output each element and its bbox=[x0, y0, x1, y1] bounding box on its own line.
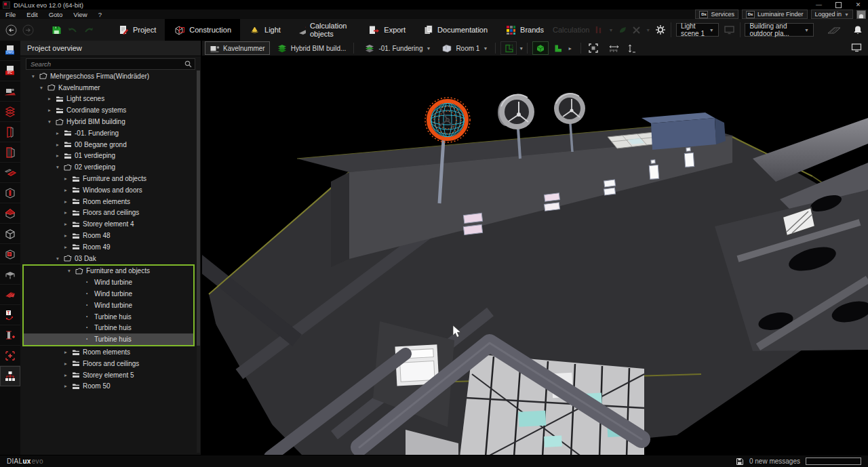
tool-wall-button[interactable] bbox=[0, 122, 20, 142]
collapse-arrow-icon[interactable]: ▾ bbox=[53, 256, 62, 262]
expand-arrow-icon[interactable]: ▸ bbox=[61, 349, 71, 355]
collapse-arrow-icon[interactable]: ▾ bbox=[64, 268, 74, 274]
tree-item-storey-element-4[interactable]: ▸Storey element 4 bbox=[20, 218, 195, 230]
tool-project-structure-button[interactable] bbox=[0, 366, 20, 386]
collapse-arrow-icon[interactable]: ▾ bbox=[37, 85, 46, 91]
collapse-arrow-icon[interactable]: ▾ bbox=[45, 119, 54, 125]
tab-construction[interactable]: Construction bbox=[165, 19, 240, 41]
play-next-icon[interactable]: ► bbox=[568, 46, 572, 51]
expand-arrow-icon[interactable]: ▸ bbox=[61, 232, 71, 239]
menu-goto[interactable]: Goto bbox=[43, 9, 68, 19]
tab-brands[interactable]: Brands bbox=[496, 19, 553, 41]
undo-button[interactable] bbox=[67, 25, 78, 35]
search-input[interactable] bbox=[29, 60, 184, 68]
collapse-arrow-icon[interactable]: ▾ bbox=[53, 164, 62, 170]
tool-import-ifc-button[interactable]: IFC bbox=[0, 61, 20, 81]
expand-arrow-icon[interactable]: ▸ bbox=[61, 372, 71, 378]
cancel-dropdown-icon[interactable]: ▼ bbox=[646, 28, 650, 33]
services-button[interactable]: Dx Services bbox=[695, 9, 738, 19]
menu-help[interactable]: ? bbox=[93, 9, 107, 19]
cancel-calculation-button[interactable] bbox=[632, 26, 641, 35]
tab-light[interactable]: Light bbox=[240, 19, 290, 41]
floor-plan-view-button[interactable] bbox=[500, 41, 517, 55]
expand-arrow-icon[interactable]: ▸ bbox=[53, 142, 62, 148]
maximize-button[interactable] bbox=[829, 0, 848, 9]
expand-arrow-icon[interactable]: ▸ bbox=[61, 221, 71, 227]
tool-wall-opening-button[interactable] bbox=[0, 142, 20, 163]
display-mode-button[interactable] bbox=[850, 42, 863, 53]
tree-item-furniture-and-objects[interactable]: ▸Furniture and objects bbox=[20, 173, 195, 184]
storey-scope-button[interactable]: -01. Fundering ▼ bbox=[360, 42, 435, 54]
settings-button[interactable] bbox=[655, 24, 666, 35]
messages-count[interactable]: 0 new messages bbox=[749, 458, 800, 465]
tree-item-hybrid-bim-building[interactable]: ▾Hybrid BIM building bbox=[20, 116, 195, 127]
back-button[interactable] bbox=[5, 24, 17, 36]
expand-arrow-icon[interactable]: ▸ bbox=[61, 187, 71, 193]
redo-button[interactable] bbox=[83, 25, 94, 35]
tool-storey-button[interactable] bbox=[0, 102, 20, 122]
fit-view-button[interactable] bbox=[586, 42, 601, 54]
measure-vertical-button[interactable] bbox=[624, 42, 639, 54]
expand-arrow-icon[interactable]: ▸ bbox=[61, 361, 71, 367]
tree-item-storey-element-5[interactable]: ▸Storey element 5 bbox=[20, 369, 195, 381]
tool-column-button[interactable] bbox=[0, 183, 20, 203]
tree-item-00-begane-grond[interactable]: ▸00 Begane grond bbox=[20, 139, 195, 150]
tree-item-furniture-and-objects[interactable]: ▾Furniture and objects bbox=[24, 266, 193, 277]
tree-item-01-verdieping[interactable]: ▸01 verdieping bbox=[20, 150, 195, 162]
tree-item-wind-turbine[interactable]: ·Wind turbine bbox=[24, 277, 193, 288]
tree-item-turbine-huis[interactable]: ·Turbine huis bbox=[24, 333, 193, 345]
tree-item-mehrgeschoss-firma-windr-der-[interactable]: ▾Mehrgeschoss Firma(Windräder) bbox=[20, 70, 195, 82]
expand-arrow-icon[interactable]: ▸ bbox=[61, 244, 71, 250]
tree-item-coordinate-systems[interactable]: ▸Coordinate systems bbox=[20, 104, 195, 116]
site-scope-button[interactable]: Kavelnummer bbox=[205, 41, 270, 55]
collapse-arrow-icon[interactable]: ▾ bbox=[28, 73, 38, 79]
view-mode-dropdown-icon[interactable]: ▼ bbox=[519, 46, 524, 51]
expand-arrow-icon[interactable]: ▸ bbox=[45, 96, 54, 102]
avatar[interactable] bbox=[856, 10, 866, 19]
tree-item-03-dak[interactable]: ▾03 Dak bbox=[20, 253, 195, 264]
rooftop-unit[interactable] bbox=[642, 113, 726, 150]
tree-item-wind-turbine[interactable]: ·Wind turbine bbox=[24, 288, 193, 300]
menu-view[interactable]: View bbox=[68, 9, 92, 19]
tree-item-turbine-huis[interactable]: ·Turbine huis bbox=[24, 311, 193, 323]
tool-building-body-button[interactable] bbox=[0, 224, 20, 244]
planning-mode-select[interactable]: Building and outdoor pla... ▼ bbox=[745, 23, 814, 37]
tree-item-room-49[interactable]: ▸Room 49 bbox=[20, 241, 195, 253]
tree-item-wind-turbine[interactable]: ·Wind turbine bbox=[24, 300, 193, 311]
tree-item-02-verdieping[interactable]: ▾02 verdieping bbox=[20, 161, 195, 173]
tree-item-room-elements[interactable]: ▸Room elements bbox=[20, 196, 195, 207]
menu-edit[interactable]: Edit bbox=[21, 9, 43, 19]
expand-arrow-icon[interactable]: ▸ bbox=[53, 153, 62, 159]
start-calculation-button[interactable] bbox=[594, 25, 604, 35]
tree-item-floors-and-ceilings[interactable]: ▸Floors and ceilings bbox=[20, 207, 195, 219]
tree-item-room-48[interactable]: ▸Room 48 bbox=[20, 230, 195, 241]
tree-item-kavelnummer[interactable]: ▾Kavelnummer bbox=[20, 82, 195, 94]
tool-import-dwg-button[interactable]: DWG bbox=[0, 41, 20, 61]
building-scope-button[interactable]: Hybrid BIM build... bbox=[273, 42, 351, 54]
luminaire-finder-button[interactable]: Dx Luminaire Finder bbox=[742, 9, 808, 19]
view-output-button[interactable] bbox=[724, 25, 735, 35]
solid-view-button[interactable] bbox=[532, 41, 549, 55]
light-scene-select[interactable]: Light scene 1 ▼ bbox=[676, 23, 719, 37]
tree-item--01-fundering[interactable]: ▸-01. Fundering bbox=[20, 127, 195, 139]
tool-site-button[interactable] bbox=[0, 81, 20, 102]
tree-item-light-scenes[interactable]: ▸Light scenes bbox=[20, 94, 195, 105]
calculation-dropdown-icon[interactable]: ▼ bbox=[608, 28, 613, 33]
tab-export[interactable]: Export bbox=[359, 19, 414, 41]
storey-view-button[interactable] bbox=[550, 42, 565, 54]
tool-copy-element-button[interactable] bbox=[0, 346, 20, 366]
expand-arrow-icon[interactable]: ▸ bbox=[53, 130, 62, 136]
energy-evaluation-button[interactable] bbox=[618, 25, 627, 35]
measure-horizontal-button[interactable] bbox=[606, 42, 621, 54]
tool-floor-slab-button[interactable] bbox=[0, 163, 20, 183]
surface-hatch-button[interactable] bbox=[827, 25, 842, 35]
save-button[interactable] bbox=[52, 25, 62, 35]
logged-in-button[interactable]: Logged in ▼ bbox=[811, 9, 853, 19]
tree-scrollbar[interactable] bbox=[197, 70, 200, 453]
tab-calculation-objects[interactable]: Calculation objects bbox=[290, 19, 359, 41]
tree-item-turbine-huis[interactable]: ·Turbine huis bbox=[24, 323, 193, 334]
tool-window-button[interactable] bbox=[0, 244, 20, 264]
tool-roof-button[interactable] bbox=[0, 203, 20, 224]
tool-column-add-button[interactable] bbox=[0, 325, 20, 346]
tool-text-annotation-button[interactable]: T bbox=[0, 305, 20, 325]
